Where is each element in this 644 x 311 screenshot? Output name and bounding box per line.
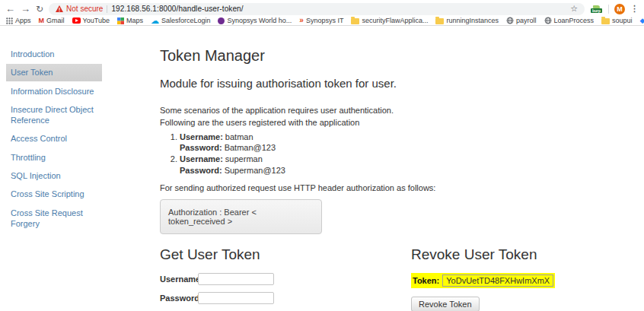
sidebar-item-information-disclosure[interactable]: Information Disclosure: [6, 83, 102, 100]
sidebar-item-access-control[interactable]: Access Control: [6, 130, 102, 147]
synopsys-it-icon: »: [299, 17, 304, 24]
apps-shortcut[interactable]: Apps: [6, 17, 31, 24]
page-title: Token Manager: [160, 47, 636, 65]
forward-icon[interactable]: →: [21, 4, 30, 14]
intro-line-2: Following are the users registered with …: [160, 117, 636, 129]
salesforce-cloud-icon: ☁: [151, 17, 159, 25]
sidebar-item-sql-injection[interactable]: SQL Injection: [6, 167, 102, 184]
sidebar-item-insecure-direct-object-reference[interactable]: Insecure Direct Object Reference: [6, 101, 102, 129]
bookmark-maps[interactable]: Maps: [117, 17, 143, 24]
revoke-user-token-title: Revoke User Token: [411, 246, 636, 263]
globe-icon: [544, 17, 552, 24]
omnibox-divider: [107, 5, 107, 13]
bookmark-payroll[interactable]: payroll: [506, 17, 537, 24]
sidebar-item-introduction[interactable]: Introduction: [6, 46, 102, 62]
warning-triangle-icon: [56, 5, 63, 12]
not-secure-warning[interactable]: Not secure: [56, 5, 103, 13]
profile-avatar[interactable]: M: [614, 4, 625, 14]
globe-icon: [506, 17, 514, 24]
sidebar-item-cross-site-request-forgery[interactable]: Cross Site Request Forgery: [6, 205, 102, 233]
security-label: Not secure: [66, 5, 103, 13]
sidebar-nav: Introduction User Token Information Disc…: [6, 46, 102, 233]
main-content: Token Manager Module for issuing authori…: [160, 43, 636, 311]
browser-toolbar: ← → ↻ Not secure 192.168.56.1:8000/handl…: [0, 0, 644, 16]
username-input[interactable]: [198, 273, 274, 285]
username-field-label: Username:: [160, 275, 198, 284]
password-value: Superman@123: [225, 166, 285, 175]
youtube-icon: [72, 17, 81, 24]
burp-extension-label: burp: [591, 8, 602, 13]
toolbar-divider: [608, 5, 609, 14]
username-value: batman: [225, 132, 253, 141]
bookmark-synopsys-it[interactable]: » Synopsys IT: [299, 17, 343, 24]
bookmark-securityflaw[interactable]: securityFlawApplica...: [351, 17, 428, 24]
bookmark-soupui[interactable]: soupui: [601, 17, 633, 24]
maps-icon: [117, 17, 124, 24]
burp-extension-icon[interactable]: burp: [590, 5, 603, 13]
bookmark-loanprocess[interactable]: LoanProcess: [544, 17, 595, 24]
sidebar-item-throttling[interactable]: Throttling: [6, 149, 102, 166]
password-value: Batman@123: [225, 143, 276, 152]
username-value: superman: [225, 154, 263, 163]
folder-icon: [601, 18, 610, 24]
password-field-label: Password:: [160, 294, 198, 303]
sidebar-item-cross-site-scripting[interactable]: Cross Site Scripting: [6, 186, 102, 202]
token-label: Token:: [413, 276, 439, 285]
registered-users-list: Username:batman Password:Batman@123 User…: [180, 132, 636, 176]
bookmark-star-icon[interactable]: ☆: [570, 4, 578, 14]
apps-grid-icon: [6, 17, 13, 24]
bookmark-synopsys-world[interactable]: Synopsys World ho...: [218, 17, 292, 24]
revoke-user-token-section: Revoke User Token Token: YoDvUetTD48FXHw…: [411, 246, 636, 311]
password-label: Password:: [180, 143, 222, 152]
gmail-icon: M: [39, 17, 45, 24]
get-user-token-title: Get User Token: [160, 246, 411, 263]
jira-icon: ◆: [640, 17, 644, 24]
folder-icon: [351, 18, 359, 24]
synopsys-world-icon: [218, 17, 225, 24]
sidebar-item-user-token[interactable]: User Token: [6, 64, 102, 81]
url-text: 192.168.56.1:8000/handle-user-token/: [111, 5, 243, 13]
token-highlight: Token: YoDvUetTD48FXHwImXmX: [411, 273, 555, 288]
browser-chrome: ← → ↻ Not secure 192.168.56.1:8000/handl…: [0, 0, 644, 26]
auth-header-example: Authorization : Bearer < token_received …: [160, 199, 322, 234]
folder-icon: [435, 18, 444, 24]
back-icon[interactable]: ←: [5, 4, 15, 14]
menu-kebab-icon[interactable]: ⋮: [630, 4, 639, 14]
list-item: Username:batman Password:Batman@123: [180, 132, 636, 154]
bookmark-salesforce[interactable]: ☁ SalesforceLogin: [151, 17, 211, 25]
bookmark-sig-jira[interactable]: ◆ SIG Jira: [640, 17, 644, 24]
bookmark-runninginstances[interactable]: runningInstances: [435, 17, 499, 24]
bookmarks-bar: Apps M Gmail YouTube Maps ☁ SalesforceLo…: [0, 16, 644, 25]
list-item: Username:superman Password:Superman@123: [180, 154, 636, 176]
password-input[interactable]: [198, 292, 274, 304]
address-bar[interactable]: Not secure 192.168.56.1:8000/handle-user…: [49, 3, 585, 15]
auth-header-note: For sending authorized request use HTTP …: [160, 183, 636, 192]
bookmark-gmail[interactable]: M Gmail: [39, 17, 65, 24]
get-user-token-section: Get User Token Username: Password: Get T…: [160, 246, 411, 311]
username-label: Username:: [180, 132, 223, 141]
intro-line-1: Some scenarios of the application requir…: [160, 105, 636, 117]
reload-icon[interactable]: ↻: [36, 5, 43, 14]
username-label: Username:: [180, 154, 223, 163]
password-label: Password:: [180, 166, 222, 175]
token-value: YoDvUetTD48FXHwImXmX: [442, 275, 553, 287]
bookmark-youtube[interactable]: YouTube: [72, 17, 110, 24]
revoke-token-button[interactable]: Revoke Token: [411, 297, 480, 311]
burp-extension-art: [593, 5, 600, 8]
page-subtitle: Module for issuing authorisation token f…: [160, 77, 636, 90]
apps-label: Apps: [15, 17, 31, 24]
